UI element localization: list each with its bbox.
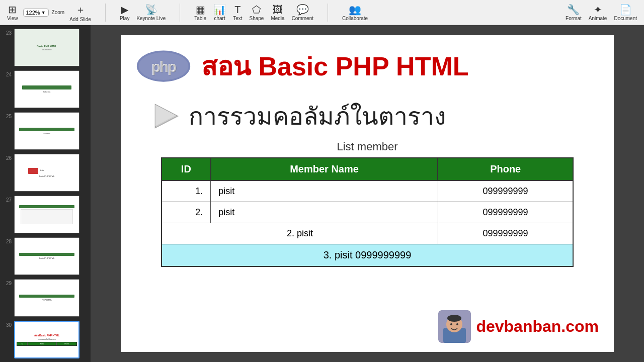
table-label: Table (194, 16, 206, 21)
chart-icon: 📊 (213, 4, 226, 16)
thumb-img-26: links Basic PHP HTML (14, 154, 79, 192)
th-name: Member Name (211, 158, 438, 180)
slide-thumb-27[interactable]: 27 (3, 195, 88, 234)
document-icon: 📄 (619, 4, 632, 16)
toolbar-right-group: 🔧 Format ✦ Animate 📄 Document (564, 3, 639, 22)
play-button[interactable]: ▶ Play (118, 3, 131, 22)
table-row-2: 2. pisit 099999999 (162, 202, 573, 223)
chart-label: chart (214, 16, 225, 21)
text-label: Text (233, 16, 242, 21)
format-icon: 🔧 (567, 4, 580, 16)
php-logo: php php (136, 46, 191, 86)
td-id-2: 2. (162, 202, 211, 223)
table-caption: List member (161, 140, 574, 153)
td-name-2: pisit (211, 202, 438, 223)
slide-num-30: 30 (4, 321, 12, 328)
td-merged-3: 2. pisit (162, 223, 438, 244)
slide-thumb-28[interactable]: 28 Basic PHP HTML (3, 236, 88, 276)
table-row-1: 1. pisit 099999999 (162, 180, 573, 202)
keynote-live-icon: 📡 (145, 4, 157, 16)
add-slide-button[interactable]: ＋ Add Slide (67, 2, 93, 23)
toolbar-play-group: ▶ Play 📡 Keynote Live (118, 3, 168, 22)
shape-label: Shape (249, 16, 264, 21)
add-slide-icon: ＋ (75, 3, 86, 17)
svg-point-11 (447, 315, 461, 322)
thumb-img-28: Basic PHP HTML (14, 237, 79, 275)
comment-label: Comment (292, 16, 313, 21)
shape-button[interactable]: ⬠ Shape (247, 3, 266, 22)
play-icon: ▶ (121, 4, 128, 16)
avatar (438, 310, 471, 343)
thumb-img-25: content (14, 112, 79, 150)
table-icon: ▦ (196, 4, 205, 16)
slide-num-29: 29 (4, 279, 12, 286)
toolbar-insert-group: ▦ Table 📊 chart T Text ⬠ Shape 🖼 Media 💬… (192, 3, 315, 22)
media-label: Media (271, 16, 284, 21)
thumb-img-23: Basic PHP HTMLthumbnail (14, 29, 79, 66)
toolbar-view-group: ⊞ View 122% ▼ Zoom ＋ Add Slide (5, 2, 93, 23)
view-button[interactable]: ⊞ View (5, 3, 20, 22)
media-button[interactable]: 🖼 Media (269, 3, 286, 22)
shape-icon: ⬠ (252, 4, 261, 16)
slide-subtitle: การรวมคอลัมภ์ในตาราง (121, 92, 614, 140)
zoom-chevron-icon: ▼ (41, 10, 46, 15)
format-label: Format (566, 16, 582, 21)
slide-num-23: 23 (4, 29, 12, 36)
watermark-text: devbanban.com (476, 317, 599, 336)
main-area: 23 Basic PHP HTMLthumbnail 24 Schema 25 (0, 25, 644, 362)
separator-2 (180, 4, 180, 22)
table-row-4-highlighted: 3. pisit 0999999999 (162, 244, 573, 267)
comment-icon: 💬 (296, 4, 309, 16)
td-phone-1: 099999999 (438, 180, 573, 202)
media-icon: 🖼 (273, 4, 283, 16)
td-id-1: 1. (162, 180, 211, 202)
subtitle-text: การรวมคอลัมภ์ในตาราง (189, 97, 446, 135)
td-name-1: pisit (211, 180, 438, 202)
slide-thumb-23[interactable]: 23 Basic PHP HTMLthumbnail (3, 28, 88, 67)
canvas-area: php php สอน Basic PHP HTML การรวมคอลัม (91, 25, 644, 362)
zoom-box[interactable]: 122% ▼ (23, 9, 49, 17)
format-button[interactable]: 🔧 Format (564, 3, 584, 22)
slide-thumb-30[interactable]: 30 สอน Basic PHP HTML การรวมคอลัมภ์ในตาร… (3, 320, 88, 359)
table-button[interactable]: ▦ Table (192, 3, 208, 22)
zoom-value: 122% (26, 10, 40, 16)
slide-canvas: php php สอน Basic PHP HTML การรวมคอลัม (121, 35, 614, 352)
slide-thumb-25[interactable]: 25 content (3, 111, 88, 151)
text-icon: T (234, 4, 240, 16)
slide-num-27: 27 (4, 196, 12, 203)
text-button[interactable]: T Text (231, 3, 244, 22)
svg-point-13 (456, 323, 458, 325)
thumb-img-30: สอน Basic PHP HTML การรวมคอลัมภ์ในตาราง … (14, 321, 79, 358)
separator-1 (105, 4, 106, 22)
play-label: Play (120, 16, 129, 21)
td-merged-4: 3. pisit 0999999999 (162, 244, 573, 267)
td-phone-2: 099999999 (438, 202, 573, 223)
collaborate-icon: 👥 (349, 4, 361, 16)
comment-button[interactable]: 💬 Comment (290, 3, 315, 22)
th-phone: Phone (438, 158, 573, 180)
th-id: ID (162, 158, 211, 180)
table-header-row: ID Member Name Phone (162, 158, 573, 180)
svg-point-12 (450, 323, 452, 325)
animate-button[interactable]: ✦ Animate (587, 3, 609, 22)
collaborate-label: Collaborate (342, 16, 368, 21)
thumb-img-24: Schema (14, 70, 79, 108)
keynote-live-label: Keynote Live (136, 16, 166, 21)
sidebar: 23 Basic PHP HTMLthumbnail 24 Schema 25 (0, 25, 91, 362)
animate-icon: ✦ (594, 4, 602, 16)
slide-thumb-26[interactable]: 26 links Basic PHP HTML (3, 153, 88, 193)
collaborate-button[interactable]: 👥 Collaborate (340, 3, 370, 22)
cursor-indicator (370, 307, 374, 311)
slide-num-24: 24 (4, 70, 12, 77)
table-row-3-merged: 2. pisit 099999999 (162, 223, 573, 244)
toolbar: ⊞ View 122% ▼ Zoom ＋ Add Slide ▶ Play 📡 … (0, 0, 644, 25)
slide-thumb-24[interactable]: 24 Schema (3, 69, 88, 109)
thumb-img-29: PHP HTML (14, 279, 79, 317)
separator-3 (328, 4, 328, 22)
document-button[interactable]: 📄 Document (612, 3, 639, 22)
play-arrow-icon (151, 101, 181, 131)
keynote-live-button[interactable]: 📡 Keynote Live (134, 3, 168, 22)
table-section: List member ID Member Name Phone 1. (121, 140, 614, 267)
chart-button[interactable]: 📊 chart (211, 3, 228, 22)
slide-thumb-29[interactable]: 29 PHP HTML (3, 278, 88, 318)
